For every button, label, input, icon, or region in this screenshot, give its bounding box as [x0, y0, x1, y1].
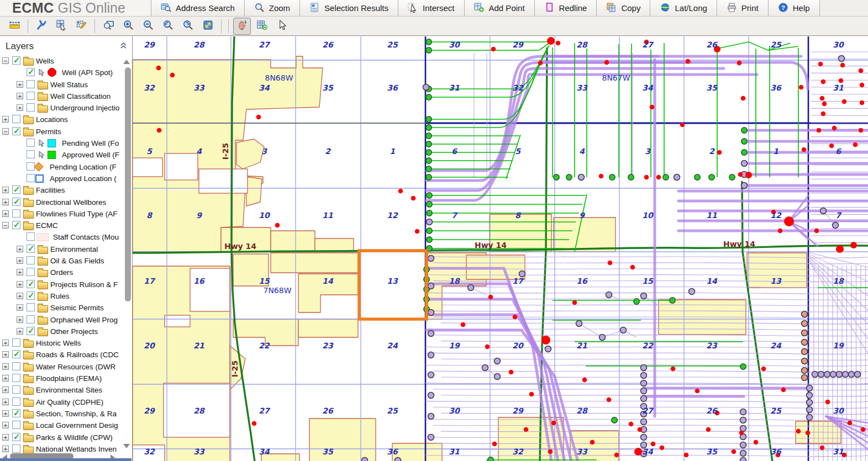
zoom-window-tool-button[interactable]	[99, 18, 117, 35]
layer-label[interactable]: Floodplains (FEMA)	[36, 374, 102, 383]
flowline-tool-button[interactable]	[33, 18, 50, 35]
layer-checkbox[interactable]: ✓	[12, 409, 20, 417]
measure-tool-button[interactable]	[6, 18, 23, 35]
layer-checkbox[interactable]	[12, 115, 20, 123]
layer-checkbox[interactable]	[12, 338, 20, 347]
layer-checkbox[interactable]: ✓	[12, 221, 20, 229]
layer-label[interactable]: Roads & Railroads (CDC	[36, 351, 119, 359]
layer-label[interactable]: Water Resources (DWR	[36, 363, 115, 371]
expand-node-icon[interactable]: +	[17, 81, 23, 88]
full-extent-tool-button[interactable]	[199, 18, 217, 35]
expand-node-icon[interactable]: +	[17, 304, 23, 311]
layer-checkbox[interactable]	[12, 374, 20, 382]
layer-checkbox[interactable]: ✓	[12, 433, 20, 441]
layer-label[interactable]: Rules	[50, 292, 70, 300]
select-features-tool-button[interactable]	[52, 18, 70, 35]
layer-checkbox[interactable]	[27, 256, 35, 264]
expand-node-icon[interactable]: +	[2, 422, 9, 428]
tab-add-point[interactable]: Add Point	[465, 0, 535, 16]
layer-label[interactable]: Directional Wellbores	[36, 198, 106, 206]
layer-label[interactable]: Well Classification	[50, 92, 111, 100]
zoom-in-tool-button[interactable]	[119, 18, 137, 35]
expand-node-icon[interactable]: +	[17, 281, 23, 288]
layer-label[interactable]: Section, Township, & Ra	[36, 410, 117, 418]
layer-checkbox[interactable]: ✓	[27, 292, 35, 300]
expand-node-icon[interactable]: +	[2, 434, 9, 441]
layer-checkbox[interactable]	[27, 315, 35, 324]
layer-label[interactable]: Facilities	[36, 186, 65, 194]
zoom-previous-tool-button[interactable]	[159, 18, 177, 35]
expand-node-icon[interactable]: +	[2, 340, 9, 346]
layer-checkbox[interactable]	[12, 398, 20, 406]
expand-node-icon[interactable]: +	[17, 104, 23, 111]
layer-label[interactable]: Well (API Spot)	[62, 68, 113, 77]
expand-node-icon[interactable]: +	[17, 293, 23, 299]
layer-checkbox[interactable]	[27, 303, 35, 311]
vertical-scrollbar[interactable]	[125, 67, 131, 301]
expand-node-icon[interactable]: +	[2, 386, 9, 393]
layer-checkbox[interactable]	[27, 268, 35, 276]
layer-label[interactable]: Oil & Gas Fields	[50, 257, 104, 265]
zoom-out-tool-button[interactable]	[139, 18, 157, 35]
layer-checkbox[interactable]	[27, 92, 35, 100]
expand-node-icon[interactable]: +	[17, 328, 23, 335]
layer-checkbox[interactable]	[27, 139, 35, 147]
layer-label[interactable]: Approved Location (	[50, 174, 117, 183]
edit-features-tool-button[interactable]	[72, 18, 90, 35]
layer-checkbox[interactable]	[27, 174, 35, 182]
layer-label[interactable]: Orphaned Well Prog	[50, 316, 118, 324]
expand-node-icon[interactable]: +	[2, 363, 9, 370]
layer-label[interactable]: Historic Wells	[36, 339, 81, 347]
tab-print[interactable]: Print	[717, 0, 769, 16]
layer-label[interactable]: Locations	[36, 115, 68, 124]
tab-lat-long[interactable]: Lat/Long	[650, 0, 717, 16]
layer-label[interactable]: Permits	[36, 128, 61, 136]
scroll-down-icon[interactable]	[123, 444, 130, 448]
tab-help[interactable]: ?Help	[769, 0, 820, 16]
panel-collapse-icon[interactable]	[119, 41, 128, 52]
layer-label[interactable]: Local Government Desig	[36, 421, 118, 430]
layer-label[interactable]: Pending Well (Fo	[62, 139, 119, 147]
tab-address-search[interactable]: Address Search	[151, 0, 245, 16]
tab-copy[interactable]: Copy	[597, 0, 650, 16]
expand-node-icon[interactable]: +	[2, 210, 9, 217]
expand-node-icon[interactable]: +	[2, 351, 9, 358]
expand-node-icon[interactable]: +	[2, 410, 9, 417]
layer-checkbox[interactable]	[12, 362, 20, 370]
collapse-node-icon[interactable]: −	[2, 222, 9, 229]
expand-node-icon[interactable]: +	[2, 199, 9, 205]
scroll-up-icon[interactable]	[123, 60, 130, 64]
layer-checkbox[interactable]	[12, 444, 20, 453]
layer-checkbox[interactable]: ✓	[27, 68, 35, 76]
layer-label[interactable]: National Wetlands Inven	[36, 445, 117, 453]
layer-checkbox[interactable]	[12, 209, 20, 218]
layer-label[interactable]: Staff Contacts (Mou	[53, 233, 119, 241]
map-viewport[interactable]: 2928272625302928272625303233343536313233…	[133, 36, 868, 461]
layer-checkbox[interactable]	[27, 80, 35, 88]
tab-selection-results[interactable]: Selection Results	[300, 0, 398, 16]
layer-label[interactable]: Approved Well (F	[62, 151, 119, 159]
expand-node-icon[interactable]: +	[17, 246, 23, 252]
expand-node-icon[interactable]: +	[17, 93, 23, 99]
layer-label[interactable]: ECMC	[36, 221, 58, 230]
expand-node-icon[interactable]: +	[2, 446, 9, 452]
expand-node-icon[interactable]: +	[17, 257, 23, 264]
layer-label[interactable]: Underground Injectio	[50, 104, 119, 112]
layer-label[interactable]: Air Quality (CDPHE)	[36, 398, 103, 406]
expand-node-icon[interactable]: +	[17, 269, 23, 275]
expand-node-icon[interactable]: +	[2, 187, 9, 193]
layer-checkbox[interactable]: ✓	[27, 245, 35, 253]
layer-checkbox[interactable]: ✓	[27, 327, 35, 335]
layer-checkbox[interactable]: ✓	[12, 198, 20, 206]
layer-checkbox[interactable]: ✓	[12, 127, 20, 135]
tab-intersect[interactable]: Intersect	[398, 0, 465, 16]
tab-zoom[interactable]: Zoom	[245, 0, 300, 16]
expand-node-icon[interactable]: +	[17, 316, 23, 323]
layer-label[interactable]: Environmental	[50, 245, 98, 253]
layer-label[interactable]: Parks & Wildlife (CPW)	[36, 433, 113, 442]
collapse-node-icon[interactable]: −	[2, 57, 9, 64]
layer-label[interactable]: Other Projects	[50, 327, 98, 336]
expand-node-icon[interactable]: +	[2, 116, 9, 123]
layer-label[interactable]: Environmental Sites	[36, 386, 102, 394]
layer-checkbox[interactable]: ✓	[27, 280, 35, 288]
